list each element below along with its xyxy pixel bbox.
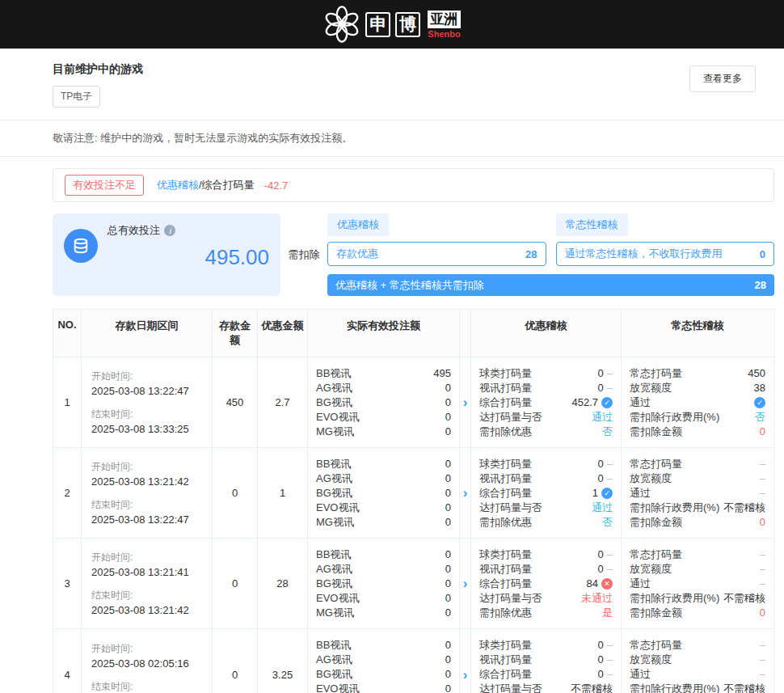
normal-audit-box[interactable]: 通过常态性稽核，不收取行政费用 0 <box>556 242 775 266</box>
promo-audit-label: 需扣除优惠 <box>479 516 532 529</box>
normal-audit-label: 需扣除行政费用(%) <box>630 682 719 693</box>
tab-normal-audit[interactable]: 常态性稽核 <box>556 213 628 236</box>
normal-audit-item: 常态打码量– <box>630 458 765 471</box>
info-icon[interactable]: i <box>164 225 175 236</box>
bet-value: 0 <box>445 563 451 576</box>
promo-audit-label: 综合打码量 <box>479 487 532 500</box>
normal-audit-label: 放宽额度 <box>630 653 672 666</box>
promo-audit-value: 是 <box>602 606 613 619</box>
bet-name: EVO视讯 <box>316 501 359 514</box>
bet-name: MG视讯 <box>316 516 354 529</box>
bet-name: BG视讯 <box>316 487 352 500</box>
promo-audit-item: 综合打码量1✓ <box>479 487 613 500</box>
normal-audit-label: 需扣除金额 <box>630 516 682 529</box>
chevron-right-icon[interactable]: › <box>463 395 468 409</box>
deposit-bonus-box[interactable]: 存款优惠 28 <box>327 242 546 266</box>
coins-icon <box>64 229 98 263</box>
maintenance-title: 目前维护中的游戏 <box>53 62 143 77</box>
end-time-label: 结束时间: <box>91 408 205 421</box>
total-deduction-value: 28 <box>755 279 766 291</box>
table-header: NO. 存款日期区间 存款金额 优惠金额 实际有效投注额 优惠稽核 常态性稽核 <box>53 310 773 357</box>
bet-value: 0 <box>445 548 451 561</box>
tab-promo-audit[interactable]: 优惠稽核 <box>327 213 389 236</box>
chevron-right-icon[interactable]: › <box>463 668 468 682</box>
normal-audit-item: 需扣除金额0 <box>630 425 765 438</box>
bet-name: BG视讯 <box>316 396 352 409</box>
promo-audit-value: 1✓ <box>592 487 613 500</box>
promo-audit-item: 球类打码量0– <box>479 548 613 561</box>
logo-region-block: 亚洲 Shenbo <box>428 11 460 39</box>
normal-audit-item: 常态打码量– <box>630 639 765 652</box>
bet-item: EVO视讯0 <box>316 411 451 424</box>
status-negative-value: -42.7 <box>264 180 289 192</box>
promo-audit-cell: 球类打码量0–视讯打码量0–综合打码量1✓达打码量与否通过需扣除优惠否 <box>471 448 622 538</box>
promo-audit-item: 达打码量与否通过 <box>479 501 613 514</box>
normal-audit-value: 不需稽核 <box>723 501 765 514</box>
promo-audit-cell: 球类打码量0–视讯打码量0–综合打码量84✕达打码量与否未通过需扣除优惠是 <box>471 539 622 628</box>
bet-item: AG视讯0 <box>316 563 451 576</box>
expand-cell: › <box>460 448 471 538</box>
bet-value: 0 <box>445 425 451 438</box>
end-time-label: 结束时间: <box>91 498 205 512</box>
promo-audit-item: 球类打码量0– <box>479 639 613 652</box>
bet-item: BG视讯0 <box>316 487 451 500</box>
promo-audit-label: 球类打码量 <box>479 639 532 652</box>
promo-audit-item: 视讯打码量0– <box>479 472 613 485</box>
valid-bets-cell: BB视讯0AG视讯0BG视讯0EVO视讯0MG视讯0 <box>308 539 460 628</box>
promo-audit-item: 视讯打码量0– <box>479 563 613 576</box>
normal-audit-value: ✓ <box>754 397 765 408</box>
promo-audit-column: 优惠稽核 存款优惠 28 <box>327 213 546 266</box>
normal-audit-item: 需扣除行政费用(%)不需稽核 <box>630 592 765 605</box>
promo-audit-item: 球类打码量0– <box>479 367 613 380</box>
bet-value: 0 <box>445 592 451 605</box>
bet-name: MG视讯 <box>316 425 354 438</box>
bonus-amount-cell: 28 <box>258 539 308 628</box>
normal-audit-item: 通过– <box>630 577 765 590</box>
col-deposit-amount: 存款金额 <box>213 310 258 357</box>
promo-audit-label: 综合打码量 <box>479 577 532 590</box>
promo-audit-value: 0– <box>598 548 613 561</box>
promo-audit-item: 需扣除优惠是 <box>479 606 613 619</box>
promo-audit-item: 视讯打码量0– <box>479 653 613 666</box>
site-logo: 申 博 亚洲 Shenbo <box>323 6 460 43</box>
bet-name: AG视讯 <box>316 563 352 576</box>
bet-value: 0 <box>445 472 451 485</box>
chevron-right-icon[interactable]: › <box>463 486 468 500</box>
bet-value: 0 <box>445 487 451 500</box>
promo-audit-label: 达打码量与否 <box>479 592 542 605</box>
normal-audit-value: 450 <box>748 367 765 380</box>
total-deduction-label: 优惠稽核 + 常态性稽核共需扣除 <box>335 278 484 293</box>
promo-audit-item: 需扣除优惠否 <box>479 425 613 438</box>
deposit-amount-cell: 450 <box>213 357 258 447</box>
start-time-label: 开始时间: <box>91 460 205 474</box>
bet-item: AG视讯0 <box>316 472 451 485</box>
bet-value: 0 <box>445 682 451 693</box>
end-time-label: 结束时间: <box>91 680 205 693</box>
bet-name: AG视讯 <box>316 653 352 666</box>
bet-item: BB视讯0 <box>316 458 451 471</box>
promo-audit-link[interactable]: 优惠稽核 <box>157 178 199 192</box>
bet-item: EVO视讯0 <box>316 682 451 693</box>
row-number: 1 <box>53 357 82 447</box>
promo-audit-item: 达打码量与否通过 <box>479 411 613 424</box>
promo-audit-value: 通过 <box>592 501 613 514</box>
bet-value: 0 <box>445 577 451 590</box>
promo-audit-item: 综合打码量84✕ <box>479 577 613 590</box>
view-more-button[interactable]: 查看更多 <box>689 65 756 92</box>
bet-name: BB视讯 <box>316 548 351 561</box>
normal-audit-item: 需扣除行政费用(%)不需稽核 <box>630 682 765 693</box>
bet-item: BB视讯0 <box>316 548 451 561</box>
bet-value: 495 <box>433 367 451 380</box>
expand-cell: › <box>460 539 471 628</box>
chevron-right-icon[interactable]: › <box>463 577 468 590</box>
total-right: 总有效投注 i 495.00 <box>107 222 269 288</box>
row-number: 4 <box>53 629 82 693</box>
deposit-period-cell: 开始时间:2025-03-08 13:21:41结束时间:2025-03-08 … <box>82 539 213 628</box>
start-time-label: 开始时间: <box>91 642 205 656</box>
promo-audit-label: 视讯打码量 <box>479 472 532 485</box>
normal-audit-item: 需扣除金额0 <box>630 516 765 529</box>
deposit-amount-cell: 0 <box>213 448 258 538</box>
game-tag: TP电子 <box>53 86 100 108</box>
bet-item: BB视讯495 <box>316 367 451 380</box>
bet-value: 0 <box>445 382 451 395</box>
